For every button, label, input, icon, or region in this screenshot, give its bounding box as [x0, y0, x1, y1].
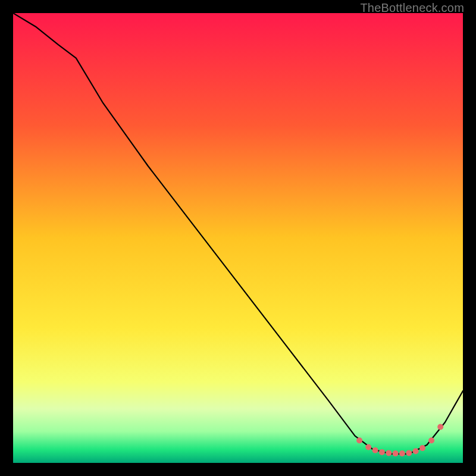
marker-point: [399, 450, 405, 456]
marker-point: [428, 437, 434, 443]
watermark-text: TheBottleneck.com: [360, 1, 464, 15]
marker-point: [437, 424, 443, 430]
marker-point: [386, 450, 392, 456]
marker-point: [413, 448, 419, 454]
marker-point: [365, 444, 371, 450]
gradient-background: [13, 13, 463, 463]
marker-point: [372, 447, 378, 453]
marker-point: [379, 449, 385, 455]
bottleneck-chart: [13, 13, 463, 463]
marker-point: [419, 445, 425, 451]
marker-point: [406, 450, 412, 456]
chart-frame: TheBottleneck.com: [0, 0, 476, 476]
marker-point: [356, 437, 362, 443]
marker-point: [393, 450, 399, 456]
